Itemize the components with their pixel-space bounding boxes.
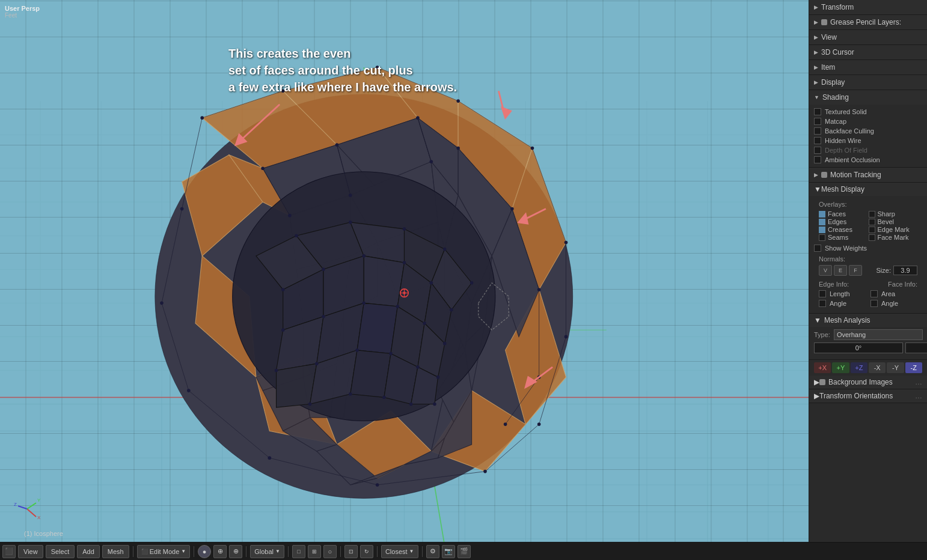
checkbox-face-mark[interactable] — [869, 234, 875, 241]
shading-row-ambient-occlusion[interactable]: Ambient Occlusion — [814, 155, 922, 165]
edge-angle-row[interactable]: Angle — [819, 299, 866, 308]
axis-plus-y[interactable]: +Y — [832, 362, 849, 373]
overlay-edges[interactable]: Edges — [819, 218, 868, 225]
normals-size-field[interactable] — [893, 266, 917, 275]
add-menu[interactable]: Add — [77, 545, 100, 558]
checkbox-length[interactable] — [819, 290, 826, 297]
checkbox-edges[interactable] — [819, 219, 825, 225]
checkbox-creases[interactable] — [819, 227, 825, 233]
snap-on-btn[interactable]: ⊞ — [308, 545, 321, 558]
overlay-face-mark[interactable]: Face Mark — [869, 234, 918, 241]
overlay-bevel[interactable]: Bevel — [869, 218, 918, 225]
select-menu[interactable]: Select — [46, 545, 75, 558]
axis-minus-z[interactable]: -Z — [905, 362, 922, 373]
checkbox-hidden-wire[interactable] — [814, 137, 821, 144]
panel-header-shading[interactable]: ▼ Shading — [809, 90, 927, 105]
checkbox-seams[interactable] — [819, 234, 825, 241]
edit-mode-dropdown[interactable]: ⬛ Edit Mode ▼ — [137, 545, 190, 558]
normals-btn-face[interactable]: F — [849, 265, 862, 276]
checkbox-backface-culling[interactable] — [814, 127, 821, 135]
overlay-edge-mark[interactable]: Edge Mark — [869, 226, 918, 233]
overlays-grid: Faces Sharp Edges Bevel — [814, 209, 922, 242]
svg-point-182 — [349, 392, 352, 396]
global-dropdown[interactable]: Global ▼ — [250, 545, 284, 558]
axis-plus-x[interactable]: +X — [814, 362, 831, 373]
checkbox-edge-mark[interactable] — [869, 227, 875, 233]
overlay-creases[interactable]: Creases — [819, 226, 868, 233]
shading-row-depth-of-field[interactable]: Depth Of Field — [814, 145, 922, 155]
proportional-btn[interactable]: ○ — [323, 545, 337, 558]
shading-row-backface-culling[interactable]: Backface Culling — [814, 126, 922, 136]
panel-section-background-images[interactable]: ▶ Background Images … — [809, 376, 927, 389]
show-weights-row[interactable]: Show Weights — [814, 243, 922, 253]
panel-header-3d-cursor[interactable]: ▶ 3D Cursor — [809, 45, 927, 59]
edge-length-row[interactable]: Length — [819, 289, 866, 299]
object-name-label: (1) Icosphere — [24, 530, 63, 537]
viewport[interactable]: User Persp Feet — [0, 0, 809, 542]
panel-header-item[interactable]: ▶ Item — [809, 60, 927, 75]
svg-point-184 — [409, 403, 413, 406]
shading-row-hidden-wire[interactable]: Hidden Wire — [814, 136, 922, 145]
checkbox-bevel[interactable] — [869, 219, 875, 225]
label-creases: Creases — [828, 226, 852, 233]
edge-info-items: Length Angle — [819, 289, 866, 308]
checkbox-textured-solid[interactable] — [814, 108, 821, 115]
checkbox-face-angle[interactable] — [870, 300, 878, 307]
svg-point-150 — [456, 147, 460, 150]
normals-btn-edge[interactable]: E — [834, 265, 847, 276]
right-panel: ▶ Transform ▶ Grease Pencil Layers: ▶ Vi… — [809, 0, 927, 542]
view-menu[interactable]: View — [18, 545, 43, 558]
cursor-btn[interactable]: ⊕ — [229, 545, 242, 558]
checkbox-edge-angle[interactable] — [819, 300, 826, 307]
panel-label-display: Display — [821, 78, 845, 87]
sphere-mode-btn[interactable]: ● — [198, 545, 211, 558]
triangle-icon: ▶ — [814, 64, 818, 70]
svg-point-164 — [362, 254, 366, 258]
panel-header-mesh-display[interactable]: ▼ Mesh Display — [809, 183, 927, 196]
checkbox-sharp[interactable] — [869, 211, 875, 218]
panel-section-3d-cursor: ▶ 3D Cursor — [809, 45, 927, 60]
checkbox-ambient-occlusion[interactable] — [814, 156, 821, 163]
mesh-menu[interactable]: Mesh — [102, 545, 129, 558]
checkbox-area[interactable] — [870, 290, 878, 297]
checkbox-show-weights[interactable] — [814, 245, 821, 252]
overlay-faces[interactable]: Faces — [819, 210, 868, 218]
normals-section: Normals: V E F Size: — [814, 253, 922, 278]
render-btn[interactable]: 📷 — [442, 545, 455, 558]
panel-header-grease-pencil[interactable]: ▶ Grease Pencil Layers: — [809, 15, 927, 29]
shading-row-textured-solid[interactable]: Textured Solid — [814, 107, 922, 117]
panel-header-mesh-analysis[interactable]: ▼ Mesh Analysis — [809, 314, 927, 327]
triangle-icon: ▼ — [814, 185, 821, 193]
axis-minus-x[interactable]: -X — [869, 362, 886, 373]
axis-minus-y[interactable]: -Y — [887, 362, 904, 373]
panel-header-transform[interactable]: ▶ Transform — [809, 0, 927, 14]
angle-field-1[interactable] — [814, 342, 903, 353]
panel-section-display: ▶ Display — [809, 75, 927, 90]
checkbox-faces[interactable] — [819, 211, 825, 218]
checkbox-matcap[interactable] — [814, 118, 821, 125]
grab-btn[interactable]: ⊡ — [344, 545, 358, 558]
svg-point-158 — [295, 234, 298, 237]
anim-btn[interactable]: 🎬 — [457, 545, 471, 558]
normals-btn-vertex[interactable]: V — [819, 265, 832, 276]
axis-plus-z[interactable]: +Z — [851, 362, 867, 373]
panel-header-view[interactable]: ▶ View — [809, 30, 927, 44]
pivot-btn[interactable]: ⊕ — [213, 545, 227, 558]
engine-icon-btn[interactable]: ⬛ — [2, 545, 16, 558]
snap-off-btn[interactable]: □ — [292, 545, 305, 558]
panel-header-motion-tracking[interactable]: ▶ Motion Tracking — [809, 168, 927, 182]
type-value-field[interactable] — [834, 329, 923, 340]
checkbox-depth-of-field[interactable] — [814, 147, 821, 154]
mesh-svg — [0, 0, 809, 542]
angle-field-2[interactable] — [905, 342, 927, 353]
face-angle-row[interactable]: Angle — [870, 299, 917, 308]
panel-header-display[interactable]: ▶ Display — [809, 75, 927, 90]
closest-dropdown[interactable]: Closest ▼ — [381, 545, 418, 558]
panel-section-transform-orientations[interactable]: ▶ Transform Orientations … — [809, 389, 927, 403]
face-area-row[interactable]: Area — [870, 289, 917, 299]
rotate-btn[interactable]: ↻ — [360, 545, 373, 558]
overlay-seams[interactable]: Seams — [819, 234, 868, 241]
settings-btn[interactable]: ⚙ — [426, 545, 439, 558]
shading-row-matcap[interactable]: Matcap — [814, 117, 922, 126]
overlay-sharp[interactable]: Sharp — [869, 210, 918, 218]
